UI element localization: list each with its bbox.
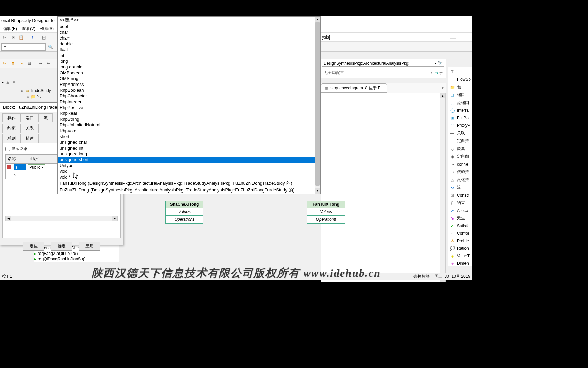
- dropdown-item[interactable]: RhpReal: [58, 110, 320, 116]
- uml-block-shache[interactable]: ShaCheXiTong Values Operations: [165, 201, 203, 224]
- show-inherited-checkbox[interactable]: [5, 147, 10, 151]
- cut-icon[interactable]: ✂: [1, 34, 8, 41]
- palette-item-flow[interactable]: ↝流: [448, 184, 472, 191]
- tab-desc[interactable]: 描述: [20, 134, 39, 143]
- palette-item-flowsp[interactable]: ⬚FlowSp: [448, 76, 472, 83]
- ok-button[interactable]: 确定: [51, 242, 72, 251]
- palette-item-satisfy[interactable]: ✓Satisfa: [448, 222, 472, 230]
- palette-item-dimen[interactable]: ⟐Dimen: [448, 260, 472, 266]
- scroll-right-icon[interactable]: ▶: [112, 216, 117, 221]
- palette-item-agg[interactable]: ◇聚集: [448, 145, 472, 153]
- editor-tab[interactable]: ▦ sequencediagram_8 位于 F...: [321, 83, 387, 93]
- tree-node-op[interactable]: ▸reqQiDongRaoLiuJianSu(): [34, 256, 119, 262]
- col-visibility[interactable]: 可见性: [26, 155, 50, 163]
- dropdown-item[interactable]: short: [58, 134, 320, 139]
- tab-overflow-icon[interactable]: ▾: [442, 86, 444, 90]
- palette-item-directed2[interactable]: ◆定向组: [448, 153, 472, 160]
- refresh-icon[interactable]: ⟲: [435, 71, 438, 75]
- palette-item-connector[interactable]: ⤳conne: [448, 160, 472, 168]
- palette-item-fullport[interactable]: ▣FullPo: [448, 114, 472, 122]
- diagram-canvas[interactable]: ▲ ▼: [321, 93, 446, 282]
- palette-item-allocate[interactable]: ↗Alloca: [448, 207, 472, 214]
- palette-item-interface[interactable]: ◯Interfa: [448, 107, 472, 114]
- tab-relations[interactable]: 关系: [20, 124, 39, 133]
- tab-ports[interactable]: 端口: [20, 113, 39, 122]
- uml-block-fantui[interactable]: FanTuiXiTong Values Operations: [307, 201, 345, 224]
- dropdown-item[interactable]: RhpCharacter: [58, 93, 320, 99]
- nav-dropdown-icon[interactable]: ▾: [2, 81, 4, 85]
- sync-icon[interactable]: ⇄: [439, 71, 443, 75]
- palette-item-assoc[interactable]: —关联: [448, 129, 472, 137]
- palette-item-flowport[interactable]: ⬚流端口: [448, 99, 472, 107]
- dropdown-item[interactable]: RhpString: [58, 116, 320, 122]
- dropdown-item[interactable]: OMBoolean: [58, 70, 320, 76]
- dropdown-item[interactable]: RhpPositive: [58, 105, 320, 110]
- scroll-down-icon[interactable]: ▼: [315, 188, 320, 194]
- palette-item-rationale[interactable]: 💭Ration: [448, 245, 472, 252]
- scroll-up-icon[interactable]: ▲: [315, 17, 320, 22]
- tab-flows[interactable]: 流: [38, 113, 53, 122]
- palette-item-valuetype[interactable]: ◈ValueT: [448, 252, 472, 260]
- dropdown-item[interactable]: void: [58, 168, 320, 174]
- dropdown-scrollbar[interactable]: ▲ ▼: [315, 17, 320, 194]
- scroll-left-icon[interactable]: ◀: [6, 216, 11, 221]
- config-combo[interactable]: 无全局配置 ▾ ⟲ ⇄: [322, 68, 444, 77]
- dropdown-item[interactable]: RhpAddress: [58, 81, 320, 87]
- dropdown-item[interactable]: unsigned int: [58, 145, 320, 151]
- up-icon[interactable]: ⬆: [10, 60, 16, 67]
- dropdown-item[interactable]: float: [58, 47, 320, 52]
- dropdown-item[interactable]: FuZhuZhiDong (DesignSynthesisPkg::Archit…: [58, 187, 320, 194]
- attr-name[interactable]: s...: [14, 164, 26, 170]
- palette-item-depend[interactable]: ⇢依赖关: [448, 168, 472, 176]
- dropdown-item[interactable]: RhpVoid: [58, 128, 320, 134]
- palette-item-derive[interactable]: ↘派生: [448, 214, 472, 222]
- vertical-scrollbar[interactable]: ▲ ▼: [440, 93, 445, 282]
- status-tag[interactable]: 去掉标签: [413, 274, 430, 279]
- visibility-combo[interactable]: Public ▾: [28, 164, 45, 170]
- palette-item-gen[interactable]: △泛化关: [448, 176, 472, 184]
- palette-item-port[interactable]: ◻端口: [448, 91, 472, 99]
- palette-item-constr[interactable]: ⊡Constr: [448, 191, 472, 199]
- dropdown-item[interactable]: RhpBoolean: [58, 87, 320, 93]
- palette-item-conform[interactable]: ≈Confor: [448, 230, 472, 237]
- menu-view[interactable]: 查看(V): [20, 25, 37, 32]
- dropdown-item[interactable]: unsigned short: [58, 157, 320, 163]
- dropdown-item[interactable]: long double: [58, 64, 320, 70]
- dropdown-item[interactable]: <<选择>>: [58, 17, 320, 24]
- dropdown-item[interactable]: RhpInteger: [58, 99, 320, 105]
- palette-item-constraint[interactable]: {}约束: [448, 199, 472, 207]
- dropdown-item[interactable]: char: [58, 29, 320, 35]
- scroll-thumb[interactable]: [315, 22, 320, 186]
- col-name[interactable]: 名称: [6, 155, 26, 163]
- tab-general[interactable]: 总则: [2, 134, 21, 143]
- dropdown-item[interactable]: bool: [58, 24, 320, 29]
- tab-constraints[interactable]: 约束: [2, 124, 21, 133]
- dropdown-item[interactable]: double: [58, 41, 320, 47]
- dropdown-item[interactable]: int: [58, 52, 320, 58]
- menu-simulate[interactable]: 模拟(S): [38, 25, 56, 32]
- grid-icon[interactable]: ▦: [26, 60, 33, 67]
- dropdown-item[interactable]: void *: [58, 174, 320, 180]
- scope-combo[interactable]: ▾: [1, 43, 46, 51]
- menu-edit[interactable]: 编辑(E): [1, 25, 19, 32]
- package-filter-combo[interactable]: DesignSynthesisPkg::ArchitecturalAnalysi…: [322, 60, 444, 67]
- scroll-up-icon[interactable]: ▲: [440, 93, 445, 98]
- horizontal-scrollbar[interactable]: ◀ ▶: [5, 216, 118, 221]
- paste-icon[interactable]: 📋: [18, 34, 24, 41]
- dropdown-item[interactable]: long: [58, 58, 320, 64]
- tool-icon[interactable]: ▤: [40, 34, 47, 41]
- layout-icon[interactable]: ✂: [1, 60, 8, 67]
- corner-icon[interactable]: └: [18, 60, 24, 67]
- expand-icon[interactable]: ⊟: [26, 95, 30, 99]
- align-icon[interactable]: ⇥: [37, 60, 44, 67]
- dropdown-item[interactable]: Untype: [58, 163, 320, 168]
- distribute-icon[interactable]: ⇤: [45, 60, 52, 67]
- binoculars-icon[interactable]: 🔭: [438, 61, 443, 66]
- minimize-icon[interactable]: —: [450, 34, 456, 41]
- nav-up-icon[interactable]: ▲: [6, 80, 10, 85]
- expand-icon[interactable]: ⊟: [20, 89, 24, 93]
- nav-down-icon[interactable]: ▼: [12, 80, 16, 85]
- dropdown-item[interactable]: FanTuiXiTong (DesignSynthesisPkg::Archit…: [58, 180, 320, 187]
- palette-item-problem[interactable]: ⚠Proble: [448, 237, 472, 245]
- palette-item-pkg[interactable]: 📁包: [448, 83, 472, 91]
